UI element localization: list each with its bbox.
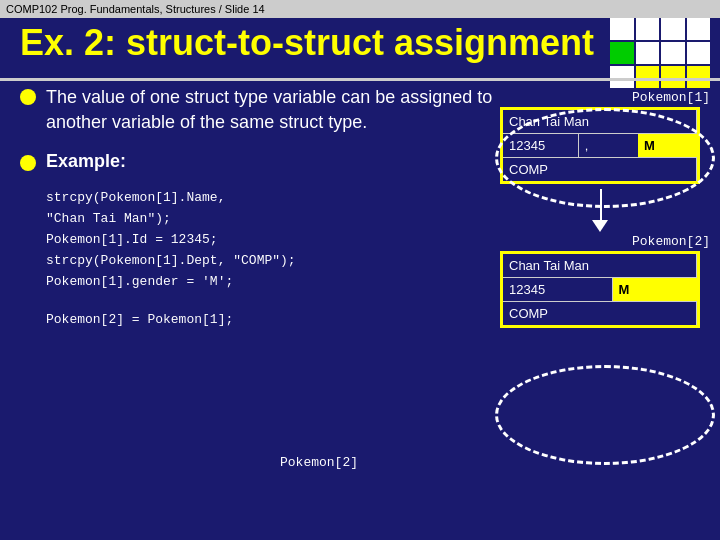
logo-cell xyxy=(687,18,711,40)
example-label: Example: xyxy=(46,151,126,172)
divider xyxy=(0,78,720,81)
content-area: The value of one struct type variable ca… xyxy=(20,85,500,530)
logo-cell xyxy=(661,66,685,88)
bullet-dot-1 xyxy=(20,89,36,105)
field-dept: COMP xyxy=(503,158,697,181)
struct2-row-name: Chan Tai Man xyxy=(503,254,697,278)
struct-row-id: 12345 , M xyxy=(503,134,697,158)
bullet-item-2: Example: xyxy=(20,151,500,172)
code-line-1: strcpy(Pokemon[1].Name, xyxy=(46,188,500,209)
struct-table-2: Chan Tai Man 12345 M COMP xyxy=(500,251,700,328)
logo-cell xyxy=(610,18,634,40)
code-block: strcpy(Pokemon[1].Name, "Chan Tai Man");… xyxy=(46,188,500,292)
field2-gender: M xyxy=(613,278,697,301)
pokemon2-bottom-label: Pokemon[2] xyxy=(280,455,358,470)
pokemon2-assign: Pokemon[2] = Pokemon[1]; xyxy=(46,312,500,327)
struct-row-dept: COMP xyxy=(503,158,697,181)
struct2-row-dept: COMP xyxy=(503,302,697,325)
field2-dept: COMP xyxy=(503,302,697,325)
arrow-head xyxy=(592,220,608,232)
field-id: 12345 xyxy=(503,134,579,157)
struct2-row-id: 12345 M xyxy=(503,278,697,302)
pokemon1-label: Pokemon[1] xyxy=(500,90,710,105)
pokemon2-label: Pokemon[2] xyxy=(500,234,710,249)
top-bar: COMP102 Prog. Fundamentals, Structures /… xyxy=(0,0,720,18)
logo-cell xyxy=(687,42,711,64)
field2-id: 12345 xyxy=(503,278,613,301)
bullet-dot-2 xyxy=(20,155,36,171)
bullet-item-1: The value of one struct type variable ca… xyxy=(20,85,500,135)
slide-info: COMP102 Prog. Fundamentals, Structures /… xyxy=(6,3,265,15)
logo-cell xyxy=(610,66,634,88)
struct-row-name: Chan Tai Man xyxy=(503,110,697,134)
logo-cell xyxy=(636,42,660,64)
code-line-4: strcpy(Pokemon[1].Dept, "COMP"); xyxy=(46,251,500,272)
dashed-oval-2 xyxy=(495,365,715,465)
page-title: Ex. 2: struct-to-struct assignment xyxy=(20,22,594,64)
logo-cell xyxy=(636,66,660,88)
code-line-3: Pokemon[1].Id = 12345; xyxy=(46,230,500,251)
field-name: Chan Tai Man xyxy=(503,110,697,133)
logo-cell xyxy=(610,42,634,64)
logo-cell xyxy=(661,18,685,40)
logo-cell xyxy=(636,18,660,40)
logo-cell xyxy=(661,42,685,64)
field-comma: , xyxy=(579,134,638,157)
struct-table-1: Chan Tai Man 12345 , M COMP xyxy=(500,107,700,184)
diagram-area: Pokemon[1] Chan Tai Man 12345 , M COMP P… xyxy=(500,90,710,328)
arrow-area xyxy=(500,184,700,234)
bullet-text-1: The value of one struct type variable ca… xyxy=(46,85,500,135)
field-gender: M xyxy=(638,134,697,157)
logo-cell xyxy=(687,66,711,88)
code-line-5: Pokemon[1].gender = 'M'; xyxy=(46,272,500,293)
field2-name: Chan Tai Man xyxy=(503,254,697,277)
code-line-2: "Chan Tai Man"); xyxy=(46,209,500,230)
